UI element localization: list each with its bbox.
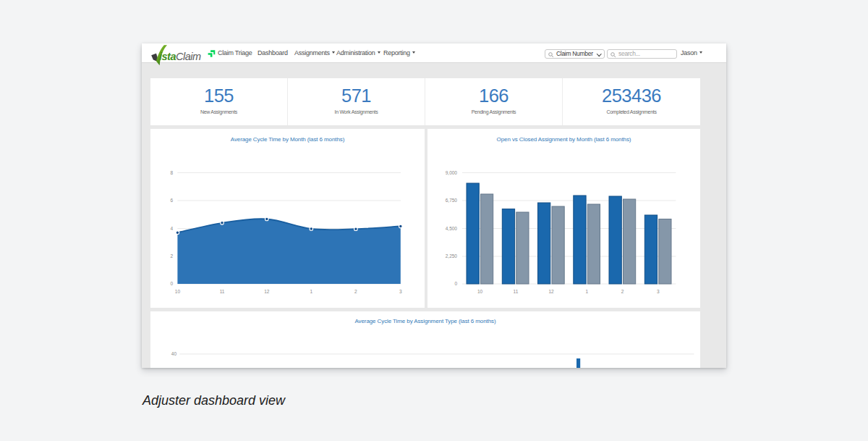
svg-text:2: 2 xyxy=(170,253,173,259)
svg-text:1: 1 xyxy=(310,289,312,294)
svg-text:9,000: 9,000 xyxy=(446,170,458,175)
svg-text:12: 12 xyxy=(548,289,554,294)
svg-text:1: 1 xyxy=(586,289,589,294)
svg-text:0: 0 xyxy=(170,281,173,286)
svg-text:4,500: 4,500 xyxy=(446,226,458,231)
svg-text:11: 11 xyxy=(514,289,519,294)
svg-text:40: 40 xyxy=(171,351,177,356)
svg-text:11: 11 xyxy=(220,289,225,294)
svg-text:10: 10 xyxy=(477,289,483,294)
svg-text:2,250: 2,250 xyxy=(446,253,458,259)
svg-text:4: 4 xyxy=(170,226,173,231)
svg-text:3: 3 xyxy=(657,289,660,294)
svg-text:0: 0 xyxy=(454,281,457,286)
svg-text:2: 2 xyxy=(354,289,357,294)
svg-text:6,750: 6,750 xyxy=(446,198,458,203)
svg-text:2: 2 xyxy=(621,289,624,294)
svg-text:12: 12 xyxy=(264,289,270,294)
svg-text:6: 6 xyxy=(170,198,173,203)
svg-text:3: 3 xyxy=(399,289,402,294)
svg-text:8: 8 xyxy=(170,170,173,175)
svg-text:10: 10 xyxy=(175,289,181,294)
